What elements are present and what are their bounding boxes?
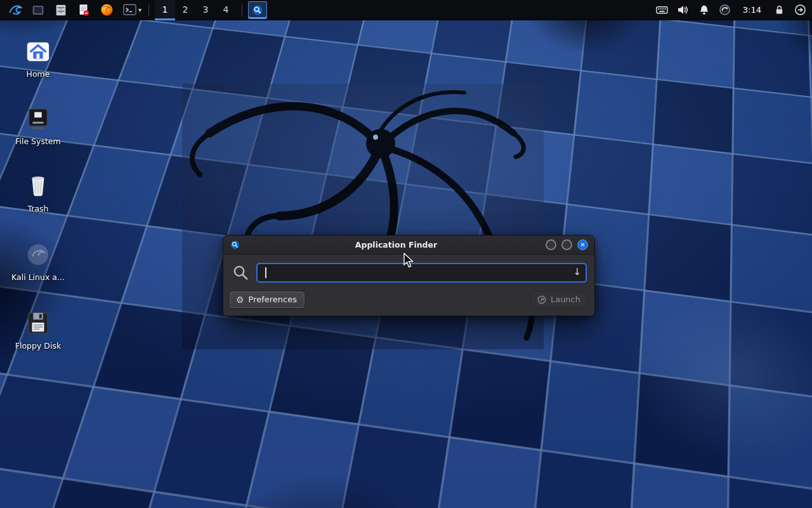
maximize-button[interactable] — [561, 239, 572, 250]
updates-orb-icon[interactable] — [717, 1, 733, 19]
logout-icon[interactable] — [792, 1, 808, 19]
desktop-icon-floppy[interactable]: Floppy Disk — [8, 307, 69, 351]
minimize-button[interactable] — [546, 239, 556, 250]
keyboard-indicator-icon[interactable] — [654, 1, 671, 19]
filesystem-icon — [8, 103, 69, 132]
preferences-button[interactable]: ⚙ Preferences — [230, 291, 304, 308]
volume-icon[interactable] — [675, 1, 691, 19]
desktop-icon-label: File System — [8, 137, 69, 146]
text-caret — [265, 267, 266, 278]
system-tray: 3:14 — [654, 0, 808, 20]
desktop-icon-trash[interactable]: Trash — [8, 170, 69, 213]
taskbar-app-finder-icon[interactable] — [248, 1, 267, 19]
gear-icon: ⚙ — [236, 295, 244, 304]
desktop-icon-kali-docs[interactable]: Kali Linux a... — [8, 239, 69, 282]
launch-icon — [537, 295, 546, 304]
desktop-icon-label: Home — [8, 69, 69, 79]
application-finder-window: Application Finder ✕ ↓ ⚙ Preferences — [223, 235, 595, 316]
clock[interactable]: 3:14 — [738, 0, 766, 20]
titlebar[interactable]: Application Finder ✕ — [223, 236, 594, 255]
top-panel: ▾ 1 2 3 4 — [0, 0, 812, 20]
search-icon — [232, 264, 249, 281]
search-input[interactable] — [256, 263, 587, 283]
lock-icon[interactable] — [771, 1, 787, 19]
text-editor-icon[interactable] — [75, 1, 93, 19]
launch-button[interactable]: Launch — [531, 291, 588, 308]
workspace-4[interactable]: 4 — [216, 0, 236, 20]
desktop-icon-filesystem[interactable]: File System — [8, 103, 69, 146]
kali-docs-icon — [8, 239, 69, 268]
terminal-icon[interactable] — [121, 1, 138, 19]
launch-label: Launch — [551, 295, 580, 304]
search-row: ↓ — [223, 255, 594, 287]
floppy-icon — [8, 307, 69, 337]
panel-separator — [148, 4, 149, 16]
search-input-wrap: ↓ — [256, 263, 587, 283]
workspace-3[interactable]: 3 — [195, 0, 216, 20]
kali-menu-icon[interactable] — [6, 1, 24, 19]
panel-separator — [242, 4, 242, 16]
file-manager-icon[interactable] — [52, 1, 70, 19]
firefox-icon[interactable] — [98, 1, 115, 19]
window-buttons: ✕ — [546, 239, 588, 250]
notifications-bell-icon[interactable] — [696, 1, 712, 19]
close-button[interactable]: ✕ — [577, 239, 588, 250]
desktop-icon-label: Trash — [8, 204, 69, 213]
app-finder-window-icon — [230, 239, 240, 250]
preferences-label: Preferences — [249, 295, 297, 304]
desktop-icon-label: Floppy Disk — [8, 341, 69, 351]
button-row: ⚙ Preferences Launch — [223, 287, 594, 316]
window-title: Application Finder — [261, 240, 531, 250]
desktop-icon-home[interactable]: Home — [8, 36, 69, 79]
home-icon — [8, 36, 69, 65]
workspace-1[interactable]: 1 — [155, 0, 175, 20]
window-launcher-icon[interactable] — [29, 1, 47, 19]
desktop-icon-label: Kali Linux a... — [8, 272, 69, 282]
trash-icon — [8, 170, 69, 199]
workspace-2[interactable]: 2 — [175, 0, 195, 20]
history-dropdown-arrow-icon[interactable]: ↓ — [573, 266, 581, 277]
terminal-dropdown-chevron-icon[interactable]: ▾ — [138, 6, 141, 13]
